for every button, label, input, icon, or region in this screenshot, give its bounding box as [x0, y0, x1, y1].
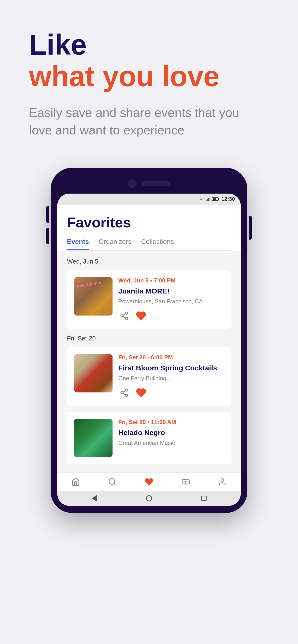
nav-home[interactable] — [66, 478, 85, 486]
heart-nav-icon — [145, 478, 153, 486]
favorite-button-cocktails[interactable] — [135, 387, 147, 399]
app-title: Favorites — [67, 214, 231, 231]
event-actions-cocktails — [118, 387, 224, 399]
svg-rect-3 — [209, 197, 210, 200]
back-nav-button[interactable] — [91, 495, 97, 502]
date-header-2: Fri, Set 20 — [67, 335, 231, 342]
svg-line-12 — [123, 393, 126, 394]
svg-line-13 — [123, 390, 126, 392]
event-date-juanita: Wed, Jun 5 • 7:00 PM — [118, 277, 224, 284]
event-name-cocktails: First Bloom Spring Cocktails — [118, 363, 224, 372]
hero-subtitle: Easily save and share events that you lo… — [29, 104, 245, 139]
event-date-helado: Fri, Set 20 • 11:00 AM — [118, 419, 224, 426]
tab-events[interactable]: Events — [67, 238, 89, 250]
event-details-juanita: Wed, Jun 5 • 7:00 PM Juanita MORE! Power… — [118, 277, 224, 322]
phone-outer: 12:30 Favorites Events Organizers Collec… — [51, 168, 247, 513]
event-details-cocktails: Fri, Set 20 • 6:00 PM First Bloom Spring… — [118, 354, 224, 399]
svg-point-19 — [221, 478, 224, 481]
event-image-cocktails — [74, 354, 112, 392]
svg-rect-1 — [207, 198, 208, 201]
share-icon-cocktails — [120, 388, 129, 397]
heart-icon-cocktails — [136, 388, 146, 398]
date-header-1: Wed, Jun 5 — [67, 258, 231, 265]
event-date-cocktails: Fri, Set 20 • 6:00 PM — [118, 354, 224, 361]
tab-collections[interactable]: Collections — [141, 238, 174, 250]
bottom-nav — [57, 472, 241, 491]
power-button — [249, 216, 252, 240]
home-nav-button[interactable] — [146, 495, 152, 502]
event-image-juanita — [74, 277, 112, 316]
event-card-juanita[interactable]: Wed, Jun 5 • 7:00 PM Juanita MORE! Power… — [67, 270, 231, 329]
event-name-juanita: Juanita MORE! — [118, 286, 224, 296]
phone-speaker — [141, 181, 170, 186]
event-img-juanita-bg — [74, 277, 112, 316]
hero-section: Like what you love Easily save and share… — [29, 29, 269, 139]
ticket-icon — [181, 478, 190, 486]
status-icons — [198, 197, 219, 201]
svg-rect-0 — [206, 199, 207, 200]
nav-search[interactable] — [103, 478, 122, 486]
tab-organizers[interactable]: Organizers — [99, 238, 131, 250]
event-name-helado: Helado Negro — [118, 428, 224, 437]
event-actions-juanita — [118, 310, 224, 322]
signal-icon — [206, 197, 210, 201]
home-icon — [71, 478, 80, 486]
hero-title-line1: Like — [29, 29, 269, 60]
share-button-juanita[interactable] — [118, 310, 130, 322]
phone-screen: 12:30 Favorites Events Organizers Collec… — [57, 194, 241, 506]
search-icon — [108, 478, 117, 486]
phone-mockup: 12:30 Favorites Events Organizers Collec… — [51, 168, 247, 513]
event-card-helado[interactable]: Fri, Set 20 • 11:00 AM Helado Negro Grea… — [67, 412, 231, 464]
phone-bottom-bar — [57, 491, 241, 506]
page-wrapper: Like what you love Easily save and share… — [0, 0, 298, 644]
person-icon — [218, 478, 227, 486]
svg-rect-2 — [208, 198, 209, 201]
volume-up-button — [46, 206, 49, 223]
event-venue-helado: Great American Music — [118, 439, 224, 446]
phone-top-bar — [57, 175, 241, 194]
event-details-helado: Fri, Set 20 • 11:00 AM Helado Negro Grea… — [118, 419, 224, 446]
status-time: 12:30 — [221, 196, 235, 202]
nav-tickets[interactable] — [176, 478, 195, 486]
heart-icon-juanita — [136, 310, 146, 321]
event-card-cocktails[interactable]: Fri, Set 20 • 6:00 PM First Bloom Spring… — [67, 347, 231, 406]
favorite-button-juanita[interactable] — [135, 310, 147, 322]
event-image-helado — [74, 419, 112, 457]
volume-down-button — [46, 228, 49, 244]
nav-favorites[interactable] — [139, 478, 159, 486]
phone-camera — [128, 179, 136, 188]
battery-icon — [212, 198, 219, 201]
svg-line-8 — [123, 314, 126, 315]
nav-profile[interactable] — [213, 478, 232, 486]
svg-line-15 — [114, 484, 116, 485]
status-bar: 12:30 — [57, 194, 241, 204]
event-img-cocktails-bg — [74, 354, 112, 392]
wifi-icon — [198, 197, 204, 201]
events-section: Wed, Jun 5 Wed, Jun 5 • 7:00 PM Juanita … — [57, 250, 241, 472]
share-icon — [120, 311, 129, 320]
event-venue-juanita: Powerblouse, San Francisco, CA — [118, 298, 224, 305]
hero-title-line2: what you love — [29, 60, 269, 92]
app-header: Favorites Events Organizers Collections — [57, 204, 241, 250]
share-button-cocktails[interactable] — [118, 387, 130, 399]
tabs-row: Events Organizers Collections — [67, 238, 231, 250]
svg-line-7 — [123, 316, 126, 318]
recents-nav-button[interactable] — [201, 496, 207, 501]
event-img-helado-bg — [74, 419, 112, 457]
event-venue-cocktails: One Ferry Building... — [118, 374, 224, 382]
